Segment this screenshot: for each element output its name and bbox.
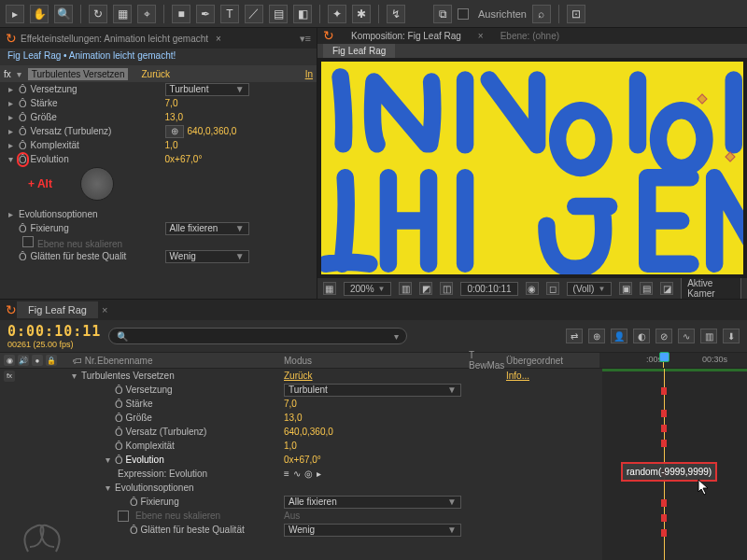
twirl-icon[interactable]: ▾ [103,483,112,493]
hand-tool-icon[interactable]: ✋ [30,5,49,23]
prop-value[interactable]: 640,0,360,0 [284,427,333,437]
stopwatch-icon[interactable]: Ô [19,223,27,234]
expr-pick-icon[interactable]: ◎ [304,469,313,479]
region-icon[interactable]: ◻ [546,282,559,295]
stopwatch-icon[interactable]: Ô [130,525,138,536]
twirl-icon[interactable]: ▾ [15,69,24,79]
twirl-icon[interactable]: ▸ [6,84,15,94]
prop-value[interactable]: 640,0,360,0 [188,126,237,136]
stopwatch-icon[interactable]: Ô [115,455,123,466]
shape-tool-icon[interactable]: ■ [172,5,190,23]
tl-mb-icon[interactable]: ⊘ [655,329,672,343]
twirl-icon[interactable]: ▸ [6,126,15,136]
stopwatch-icon[interactable]: Ô [130,497,138,508]
roto-tool-icon[interactable]: ✦ [328,5,346,23]
tl-opt4-icon[interactable]: ▥ [700,329,717,343]
time-ruler[interactable]: :00s 00:30s [599,353,747,368]
audio-col-icon[interactable]: 🔊 [18,355,29,366]
snap-icon[interactable]: ⊡ [567,5,585,23]
options-icon[interactable]: ⧉ [433,5,452,23]
stopwatch-icon[interactable]: Ô [115,413,123,424]
snapshot-icon[interactable]: ◉ [526,282,539,295]
footer-timecode[interactable]: 0:00:10:11 [460,282,517,296]
stamp-tool-icon[interactable]: ▤ [269,5,288,23]
camera-tool-icon[interactable]: ▦ [113,5,132,23]
comp-cycle-icon[interactable]: ↻ [323,29,334,42]
eye-col-icon[interactable]: ◉ [4,355,15,366]
channel-icon[interactable]: ◩ [419,282,432,295]
tl-cycle-icon[interactable]: ↻ [6,303,17,316]
tl-opt2-icon[interactable]: ⊕ [588,329,605,343]
prop-value[interactable]: 13,0 [284,413,302,423]
type-tool-icon[interactable]: T [220,5,239,23]
layer-reset[interactable]: Zurück [284,371,313,381]
prop-value-dropdown[interactable]: Alle fixieren▼ [284,496,461,509]
twirl-icon[interactable]: ▾ [6,154,15,164]
stopwatch-icon[interactable]: Ô [115,399,123,410]
search-icon[interactable]: ⌕ [532,5,551,23]
effect-name[interactable]: Turbulentes Versetzen [28,68,129,80]
layer-info[interactable]: Info... [506,371,529,381]
panel-menu-icon[interactable]: ▾≡ [300,33,311,45]
zoom-dropdown[interactable]: 200%▼ [344,282,392,296]
timeline-search[interactable]: 🔍▾ [108,328,407,344]
anchor-tool-icon[interactable]: ↯ [387,5,405,23]
res-half-icon[interactable]: ▥ [399,282,412,295]
twirl-icon[interactable]: ▸ [6,98,15,108]
view3-icon[interactable]: ◪ [660,282,673,295]
selection-tool-icon[interactable]: ▸ [6,5,24,23]
comp-tab-1[interactable]: Komposition: Fig Leaf Rag [351,31,461,41]
layer-name[interactable]: Turbulentes Versetzen [81,371,175,381]
prop-value[interactable]: 1,0 [165,140,178,150]
view2-icon[interactable]: ▤ [640,282,653,295]
stopwatch-icon[interactable]: Ô [115,385,123,396]
pan-behind-tool-icon[interactable]: ⌖ [137,5,156,23]
rotate-tool-icon[interactable]: ↻ [89,5,107,23]
tab-close-icon[interactable]: × [216,34,221,44]
resolution-dropdown[interactable]: (Voll)▼ [567,282,613,296]
camera-dropdown[interactable]: Aktive Kamer [681,276,741,301]
eraser-tool-icon[interactable]: ◧ [293,5,312,23]
effects-tab[interactable]: Effekteinstellungen: Animation leicht ge… [21,34,208,44]
stopwatch-icon[interactable]: Ô [19,251,27,262]
comp-active-tab[interactable]: Fig Leaf Rag [323,44,395,58]
effect-info[interactable]: In [305,69,313,79]
comp-tab-2[interactable]: Ebene: (ohne) [500,31,559,41]
tl-opt3-icon[interactable]: ◐ [633,329,650,343]
tl-shy-icon[interactable]: 👤 [611,329,627,343]
tl-opt5-icon[interactable]: ⬇ [723,329,740,343]
effect-reset[interactable]: Zurück [141,69,170,79]
zoom-tool-icon[interactable]: 🔍 [54,5,73,23]
pen-tool-icon[interactable]: ✒ [196,5,215,23]
stopwatch-icon[interactable]: Ô [19,98,27,109]
mask-icon[interactable]: ◫ [440,282,453,295]
stopwatch-icon[interactable]: Ô [19,154,27,165]
composition-viewer[interactable] [317,58,747,278]
comp-canvas[interactable] [321,62,743,274]
stopwatch-icon[interactable]: Ô [19,84,27,95]
view1-icon[interactable]: ▣ [619,282,632,295]
timeline-tab[interactable]: Fig Leaf Rag [17,301,98,318]
stopwatch-icon[interactable]: Ô [19,112,27,123]
twirl-icon[interactable]: ▸ [6,112,15,122]
prop-value-dropdown[interactable]: Wenig▼ [284,524,461,537]
expr-lang-icon[interactable]: ▸ [317,469,321,479]
timeline-tracks[interactable]: random(-9999,9999) [602,369,747,560]
prop-value[interactable]: 0x+67,0° [284,455,321,465]
prop-value[interactable]: 7,0 [165,98,178,108]
stopwatch-icon[interactable]: Ô [115,427,123,438]
panel-cycle-icon[interactable]: ↻ [6,32,17,45]
tab1-close-icon[interactable]: × [478,31,484,41]
prop-value-dropdown[interactable]: Alle fixieren▼ [165,222,249,235]
current-timecode[interactable]: 0:00:10:11 [7,323,101,340]
stopwatch-icon[interactable]: Ô [19,126,27,137]
prop-value[interactable]: 13,0 [165,112,183,122]
twirl-icon[interactable]: ▾ [103,455,112,465]
current-time-indicator[interactable] [663,353,664,368]
expr-graph-icon[interactable]: ∿ [293,469,301,479]
prop-value-dropdown[interactable]: Turbulent▼ [284,384,461,397]
puppet-tool-icon[interactable]: ✱ [352,5,371,23]
lock-col-icon[interactable]: 🔒 [46,355,57,366]
stopwatch-icon[interactable]: Ô [115,441,123,452]
prop-value-dropdown[interactable]: Wenig▼ [165,250,249,263]
